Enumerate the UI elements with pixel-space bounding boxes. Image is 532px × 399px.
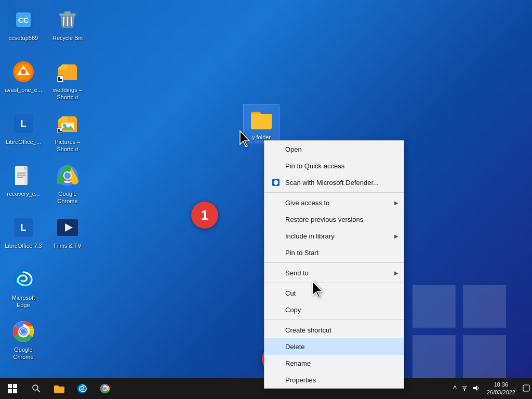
step-1-indicator: 1 [191,202,218,229]
libreoffice-icon: L [11,111,36,136]
ctx-give-access[interactable]: Give access to ▶ [264,194,404,211]
desktop-icon-recovery[interactable]: recovery_c... [3,161,44,200]
svg-point-50 [33,385,38,390]
ctx-rename-icon [271,358,281,368]
libreoffice2-label: LibreOffice 7.3 [5,242,42,249]
svg-rect-49 [13,389,17,393]
recycle-icon [55,7,80,32]
ctx-library-icon [271,231,281,241]
tray-network[interactable] [459,383,470,394]
search-button[interactable] [25,378,48,399]
desktop-icon-libreoffice[interactable]: L LibreOffice_... [3,109,44,148]
ctx-give-access-icon [271,197,281,208]
selected-folder-icon[interactable]: y folder [243,104,280,143]
svg-rect-59 [463,388,466,389]
films-icon [55,215,80,240]
ctx-sep-2 [264,262,404,263]
ctx-restore[interactable]: Restore previous versions [264,211,404,228]
svg-marker-61 [473,385,477,391]
svg-rect-24 [17,175,25,176]
chrome2-icon [11,319,36,344]
svg-rect-8 [64,11,71,14]
ctx-include-library[interactable]: Include in library ▶ [264,228,404,244]
svg-text:L: L [21,118,26,129]
ctx-library-arrow: ▶ [394,233,398,239]
start-button[interactable] [0,378,25,399]
ctx-delete-icon [271,341,281,352]
desktop: CC ccsetup589 Recycle Bin [0,0,532,399]
ctx-send-to[interactable]: Send to ▶ [264,264,404,281]
ctx-create-shortcut[interactable]: Create shortcut [264,322,404,338]
ctx-pin-quick-icon [271,161,281,171]
desktop-icon-avast[interactable]: avast_one_e... [3,57,44,96]
desktop-icon-recycle[interactable]: Recycle Bin [47,5,88,44]
tray-notification[interactable] [521,383,532,394]
ctx-shield-icon [271,177,281,188]
ctx-shortcut-icon [271,325,281,335]
system-clock[interactable]: 10:36 26/03/2022 [482,381,521,397]
svg-rect-38 [58,233,60,235]
ctx-scan-defender[interactable]: Scan with Microsoft Defender... [264,174,404,191]
svg-rect-25 [17,177,23,178]
svg-rect-3 [463,335,506,378]
ctx-sep-1 [264,192,404,193]
svg-line-9 [63,17,64,26]
ctx-cut-icon [271,288,281,298]
svg-point-14 [21,69,26,74]
weddings-label: weddings –Shortcut [53,86,82,101]
ctx-open[interactable]: Open [264,141,404,157]
svg-text:CC: CC [18,16,29,24]
desktop-icon-edge[interactable]: Microsoft Edge [3,265,44,311]
desktop-icon-pictures[interactable]: Pictures –Shortcut [47,109,88,155]
desktop-icon-films[interactable]: Films & TV [47,213,88,251]
avast-label: avast_one_e... [5,86,42,94]
desktop-icon-ccsetup[interactable]: CC ccsetup589 [3,5,44,44]
desktop-icon-chrome2[interactable]: Google Chrome [3,317,44,363]
taskbar-edge[interactable] [71,378,94,399]
desktop-icon-chrome[interactable]: Google Chrome [47,161,88,207]
svg-rect-1 [463,285,506,328]
ccsetup-icon: CC [11,7,36,32]
svg-point-57 [104,388,106,390]
ctx-give-access-arrow: ▶ [394,200,398,206]
desktop-icon-libreoffice2[interactable]: L LibreOffice 7.3 [3,213,44,251]
ctx-sep-3 [264,283,404,283]
svg-rect-23 [17,172,25,174]
edge-label: Microsoft Edge [5,294,42,309]
libreoffice-label: LibreOffice_... [6,138,41,145]
svg-rect-48 [8,389,12,393]
ctx-copy-icon [271,304,281,315]
svg-rect-36 [58,220,60,222]
svg-text:L: L [21,222,26,233]
taskbar-chrome[interactable] [94,378,116,399]
ctx-rename[interactable]: Rename [264,355,404,371]
svg-rect-37 [75,220,77,222]
chrome-label: Google Chrome [49,190,86,205]
taskbar-file-explorer[interactable] [48,378,71,399]
recycle-label: Recycle Bin [52,34,83,42]
notification-area: ^ 10:36 26/03/2022 [451,381,532,397]
ctx-restore-icon [271,214,281,224]
tray-chevron[interactable]: ^ [451,383,459,394]
svg-rect-47 [13,384,17,388]
films-label: Films & TV [54,242,82,249]
svg-rect-39 [75,233,77,235]
avast-icon [11,59,36,84]
ctx-pin-start[interactable]: Pin to Start [264,244,404,261]
edge-icon [11,267,36,292]
ctx-pin-quick[interactable]: Pin to Quick access [264,157,404,174]
ctx-copy[interactable]: Copy [264,301,404,318]
ctx-cut[interactable]: Cut [264,285,404,301]
svg-rect-0 [413,285,456,328]
weddings-icon [55,59,80,84]
ctx-delete[interactable]: Delete [264,338,404,355]
svg-line-11 [71,17,72,26]
tray-volume[interactable] [470,383,482,394]
svg-point-44 [21,329,26,334]
svg-rect-7 [59,14,76,16]
desktop-icon-weddings[interactable]: weddings –Shortcut [47,57,88,103]
ctx-properties[interactable]: Properties [264,371,404,388]
recovery-icon [11,163,36,188]
folder-icon [249,107,274,131]
chrome2-label: Google Chrome [5,346,42,361]
